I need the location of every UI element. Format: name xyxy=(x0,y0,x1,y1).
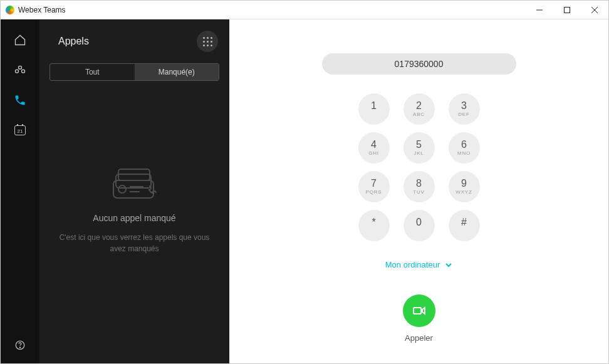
empty-body: C'est ici que vous verrez les appels que… xyxy=(58,232,211,254)
device-selector[interactable]: Mon ordinateur xyxy=(385,260,452,269)
dialpad-grid: 1 2ABC 3DEF 4GHI 5JKL 6MNO 7PQRS 8TUV 9W… xyxy=(358,93,480,241)
key-5[interactable]: 5JKL xyxy=(403,132,435,164)
key-4[interactable]: 4GHI xyxy=(358,132,390,164)
number-input[interactable]: 0179360000 xyxy=(322,53,516,75)
svg-rect-1 xyxy=(565,7,570,13)
video-icon xyxy=(412,303,427,318)
calendar-icon: 21 xyxy=(14,125,26,135)
sidebar-title: Appels xyxy=(58,36,89,47)
key-8[interactable]: 8TUV xyxy=(403,171,435,202)
key-hash[interactable]: # xyxy=(449,210,480,241)
dialpad-icon xyxy=(203,37,212,46)
nav-help[interactable] xyxy=(13,338,27,352)
nav-calendar[interactable]: 21 xyxy=(13,123,27,137)
nav-teams[interactable] xyxy=(13,63,27,77)
svg-point-5 xyxy=(16,70,19,73)
call-filter-tabs: Tout Manqué(e) xyxy=(49,63,219,81)
dialer-panel: 0179360000 1 2ABC 3DEF 4GHI 5JKL 6MNO 7P… xyxy=(229,19,608,363)
empty-cards-icon xyxy=(110,165,160,203)
tab-missed[interactable]: Manqué(e) xyxy=(135,64,219,80)
key-2[interactable]: 2ABC xyxy=(403,93,435,125)
call-label: Appeler xyxy=(405,333,433,343)
call-button[interactable] xyxy=(403,294,435,327)
empty-state: Aucun appel manqué C'est ici que vous ve… xyxy=(39,81,229,363)
sidebar: Appels Tout Manqué(e) Aucun appel manqué… xyxy=(39,19,229,363)
empty-heading: Aucun appel manqué xyxy=(93,213,175,223)
svg-rect-15 xyxy=(414,308,421,314)
nav-rail: 21 xyxy=(1,19,39,363)
svg-point-4 xyxy=(19,66,22,69)
svg-point-8 xyxy=(19,347,20,348)
key-9[interactable]: 9WXYZ xyxy=(449,171,480,202)
key-star[interactable]: * xyxy=(358,210,390,241)
chevron-down-icon xyxy=(445,261,452,269)
svg-point-6 xyxy=(22,70,25,73)
window-controls xyxy=(526,1,608,19)
svg-marker-16 xyxy=(422,308,425,314)
key-0[interactable]: 0 xyxy=(403,210,435,241)
svg-rect-11 xyxy=(113,180,154,198)
key-1[interactable]: 1 xyxy=(358,93,390,125)
key-6[interactable]: 6MNO xyxy=(449,132,480,164)
titlebar: Webex Teams xyxy=(1,1,608,19)
maximize-button[interactable] xyxy=(553,1,581,19)
nav-home[interactable] xyxy=(13,33,27,47)
dialpad-button[interactable] xyxy=(197,31,218,52)
key-7[interactable]: 7PQRS xyxy=(358,171,390,202)
key-3[interactable]: 3DEF xyxy=(449,93,480,125)
close-button[interactable] xyxy=(581,1,608,19)
app-title: Webex Teams xyxy=(18,6,66,14)
tab-all[interactable]: Tout xyxy=(50,64,135,80)
nav-calls[interactable] xyxy=(13,93,27,107)
svg-point-12 xyxy=(118,185,126,193)
minimize-button[interactable] xyxy=(526,1,553,19)
device-label: Mon ordinateur xyxy=(385,260,440,269)
app-icon xyxy=(6,6,14,14)
